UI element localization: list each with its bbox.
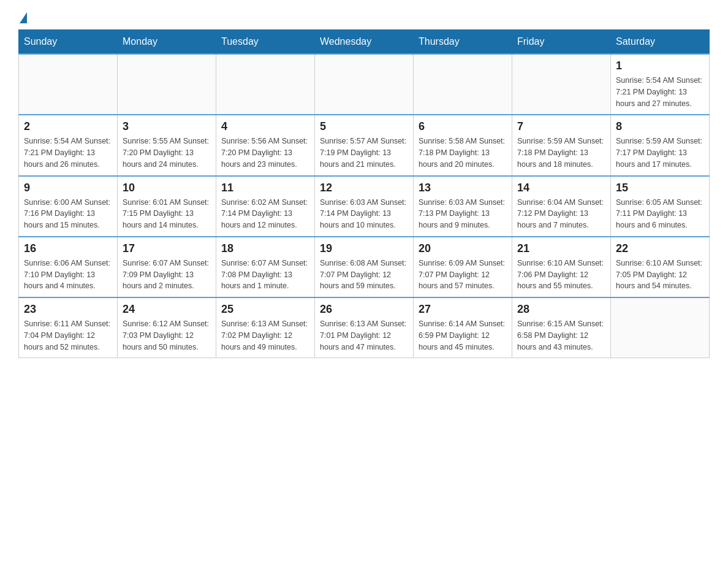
calendar-week-row: 23Sunrise: 6:11 AM Sunset: 7:04 PM Dayli… <box>19 297 710 358</box>
calendar-week-row: 16Sunrise: 6:06 AM Sunset: 7:10 PM Dayli… <box>19 237 710 297</box>
day-info: Sunrise: 5:59 AM Sunset: 7:18 PM Dayligh… <box>517 136 605 170</box>
calendar-cell: 4Sunrise: 5:56 AM Sunset: 7:20 PM Daylig… <box>216 115 315 175</box>
calendar-cell: 16Sunrise: 6:06 AM Sunset: 7:10 PM Dayli… <box>19 237 118 297</box>
calendar-cell <box>512 54 611 115</box>
day-info: Sunrise: 6:13 AM Sunset: 7:01 PM Dayligh… <box>320 318 408 353</box>
weekday-header-wednesday: Wednesday <box>315 30 414 55</box>
day-number: 27 <box>419 303 507 316</box>
day-info: Sunrise: 6:00 AM Sunset: 7:16 PM Dayligh… <box>24 197 112 231</box>
day-number: 1 <box>616 59 704 72</box>
calendar-cell: 18Sunrise: 6:07 AM Sunset: 7:08 PM Dayli… <box>216 237 315 297</box>
calendar-cell: 19Sunrise: 6:08 AM Sunset: 7:07 PM Dayli… <box>315 237 414 297</box>
day-info: Sunrise: 5:57 AM Sunset: 7:19 PM Dayligh… <box>320 136 408 170</box>
day-number: 10 <box>123 182 211 194</box>
day-info: Sunrise: 5:55 AM Sunset: 7:20 PM Dayligh… <box>123 136 211 170</box>
day-info: Sunrise: 5:54 AM Sunset: 7:21 PM Dayligh… <box>616 75 704 109</box>
day-number: 7 <box>517 120 605 133</box>
day-info: Sunrise: 6:02 AM Sunset: 7:14 PM Dayligh… <box>221 197 309 231</box>
calendar-cell <box>414 54 512 115</box>
day-number: 24 <box>123 303 211 316</box>
calendar-week-row: 2Sunrise: 5:54 AM Sunset: 7:21 PM Daylig… <box>19 115 710 175</box>
day-info: Sunrise: 5:59 AM Sunset: 7:17 PM Dayligh… <box>616 136 704 170</box>
day-number: 4 <box>221 120 309 133</box>
calendar-week-row: 9Sunrise: 6:00 AM Sunset: 7:16 PM Daylig… <box>19 176 710 237</box>
day-info: Sunrise: 6:15 AM Sunset: 6:58 PM Dayligh… <box>517 318 605 353</box>
weekday-header-saturday: Saturday <box>611 30 710 55</box>
calendar-cell: 6Sunrise: 5:58 AM Sunset: 7:18 PM Daylig… <box>414 115 512 175</box>
day-number: 3 <box>123 120 211 133</box>
day-number: 13 <box>419 182 507 194</box>
day-info: Sunrise: 5:54 AM Sunset: 7:21 PM Dayligh… <box>24 136 112 170</box>
day-number: 9 <box>24 182 112 194</box>
calendar-cell <box>216 54 315 115</box>
day-info: Sunrise: 6:06 AM Sunset: 7:10 PM Dayligh… <box>24 258 112 292</box>
day-info: Sunrise: 6:13 AM Sunset: 7:02 PM Dayligh… <box>221 318 309 353</box>
day-number: 18 <box>221 242 309 255</box>
weekday-header-sunday: Sunday <box>19 30 118 55</box>
day-number: 6 <box>419 120 507 133</box>
logo-triangle-icon <box>20 12 27 23</box>
calendar-cell: 1Sunrise: 5:54 AM Sunset: 7:21 PM Daylig… <box>611 54 710 115</box>
day-number: 20 <box>419 242 507 255</box>
weekday-header-tuesday: Tuesday <box>216 30 315 55</box>
day-number: 19 <box>320 242 408 255</box>
day-info: Sunrise: 6:09 AM Sunset: 7:07 PM Dayligh… <box>419 258 507 292</box>
calendar-cell: 8Sunrise: 5:59 AM Sunset: 7:17 PM Daylig… <box>611 115 710 175</box>
day-info: Sunrise: 6:08 AM Sunset: 7:07 PM Dayligh… <box>320 258 408 292</box>
calendar-cell: 15Sunrise: 6:05 AM Sunset: 7:11 PM Dayli… <box>611 176 710 237</box>
day-number: 15 <box>616 182 704 194</box>
calendar-cell: 25Sunrise: 6:13 AM Sunset: 7:02 PM Dayli… <box>216 297 315 358</box>
calendar-cell <box>611 297 710 358</box>
day-info: Sunrise: 6:07 AM Sunset: 7:08 PM Dayligh… <box>221 258 309 292</box>
calendar-body: 1Sunrise: 5:54 AM Sunset: 7:21 PM Daylig… <box>19 54 710 358</box>
calendar-cell: 26Sunrise: 6:13 AM Sunset: 7:01 PM Dayli… <box>315 297 414 358</box>
day-number: 2 <box>24 120 112 133</box>
calendar-header: SundayMondayTuesdayWednesdayThursdayFrid… <box>19 30 710 55</box>
logo-area <box>18 12 28 23</box>
weekday-header-monday: Monday <box>118 30 216 55</box>
calendar-cell <box>19 54 118 115</box>
day-info: Sunrise: 6:05 AM Sunset: 7:11 PM Dayligh… <box>616 197 704 231</box>
calendar-cell: 2Sunrise: 5:54 AM Sunset: 7:21 PM Daylig… <box>19 115 118 175</box>
day-info: Sunrise: 6:03 AM Sunset: 7:14 PM Dayligh… <box>320 197 408 231</box>
calendar-cell: 23Sunrise: 6:11 AM Sunset: 7:04 PM Dayli… <box>19 297 118 358</box>
day-info: Sunrise: 6:10 AM Sunset: 7:06 PM Dayligh… <box>517 258 605 292</box>
calendar-cell: 3Sunrise: 5:55 AM Sunset: 7:20 PM Daylig… <box>118 115 216 175</box>
calendar-cell: 21Sunrise: 6:10 AM Sunset: 7:06 PM Dayli… <box>512 237 611 297</box>
day-number: 12 <box>320 182 408 194</box>
weekday-header-thursday: Thursday <box>414 30 512 55</box>
calendar-cell: 22Sunrise: 6:10 AM Sunset: 7:05 PM Dayli… <box>611 237 710 297</box>
day-number: 22 <box>616 242 704 255</box>
day-info: Sunrise: 6:04 AM Sunset: 7:12 PM Dayligh… <box>517 197 605 231</box>
calendar-cell: 11Sunrise: 6:02 AM Sunset: 7:14 PM Dayli… <box>216 176 315 237</box>
day-number: 5 <box>320 120 408 133</box>
day-info: Sunrise: 5:56 AM Sunset: 7:20 PM Dayligh… <box>221 136 309 170</box>
calendar-cell: 27Sunrise: 6:14 AM Sunset: 6:59 PM Dayli… <box>414 297 512 358</box>
day-info: Sunrise: 6:11 AM Sunset: 7:04 PM Dayligh… <box>24 318 112 353</box>
day-info: Sunrise: 6:14 AM Sunset: 6:59 PM Dayligh… <box>419 318 507 353</box>
calendar-cell: 20Sunrise: 6:09 AM Sunset: 7:07 PM Dayli… <box>414 237 512 297</box>
calendar-cell: 14Sunrise: 6:04 AM Sunset: 7:12 PM Dayli… <box>512 176 611 237</box>
day-info: Sunrise: 6:03 AM Sunset: 7:13 PM Dayligh… <box>419 197 507 231</box>
calendar-cell: 7Sunrise: 5:59 AM Sunset: 7:18 PM Daylig… <box>512 115 611 175</box>
day-number: 16 <box>24 242 112 255</box>
day-info: Sunrise: 6:12 AM Sunset: 7:03 PM Dayligh… <box>123 318 211 353</box>
logo <box>18 12 28 23</box>
calendar-cell: 5Sunrise: 5:57 AM Sunset: 7:19 PM Daylig… <box>315 115 414 175</box>
calendar-week-row: 1Sunrise: 5:54 AM Sunset: 7:21 PM Daylig… <box>19 54 710 115</box>
day-number: 26 <box>320 303 408 316</box>
day-info: Sunrise: 6:10 AM Sunset: 7:05 PM Dayligh… <box>616 258 704 292</box>
day-info: Sunrise: 6:01 AM Sunset: 7:15 PM Dayligh… <box>123 197 211 231</box>
calendar-table: SundayMondayTuesdayWednesdayThursdayFrid… <box>18 29 710 358</box>
day-number: 17 <box>123 242 211 255</box>
calendar-cell: 10Sunrise: 6:01 AM Sunset: 7:15 PM Dayli… <box>118 176 216 237</box>
calendar-cell <box>315 54 414 115</box>
day-number: 25 <box>221 303 309 316</box>
day-number: 14 <box>517 182 605 194</box>
page-header <box>18 12 710 23</box>
calendar-cell: 13Sunrise: 6:03 AM Sunset: 7:13 PM Dayli… <box>414 176 512 237</box>
day-number: 23 <box>24 303 112 316</box>
calendar-cell: 9Sunrise: 6:00 AM Sunset: 7:16 PM Daylig… <box>19 176 118 237</box>
calendar-cell: 17Sunrise: 6:07 AM Sunset: 7:09 PM Dayli… <box>118 237 216 297</box>
day-number: 11 <box>221 182 309 194</box>
